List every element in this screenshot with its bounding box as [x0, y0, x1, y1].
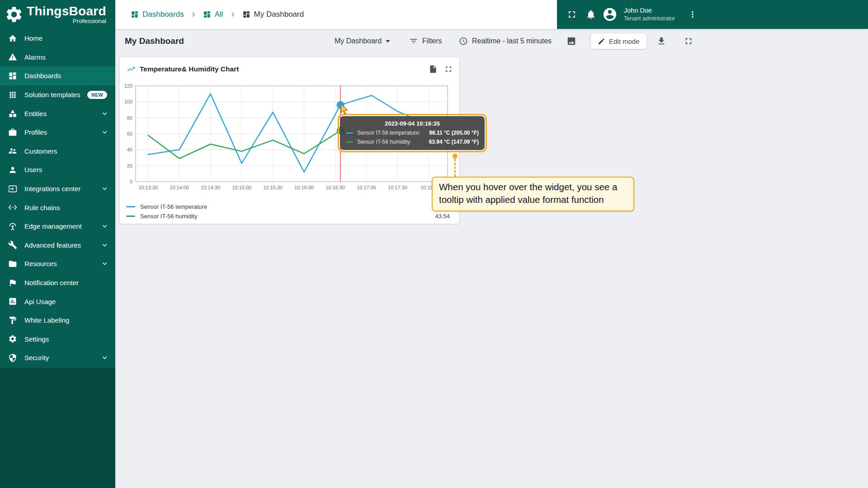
- sidebar-item-settings[interactable]: Settings: [0, 330, 115, 349]
- dashboard-selector[interactable]: My Dashboard: [335, 36, 393, 47]
- edit-pencil-icon: [598, 38, 605, 45]
- sidebar-item-label: Alarms: [24, 53, 46, 61]
- top-header: DashboardsAllMy Dashboard John Doe Tenan…: [115, 0, 868, 29]
- person-icon: [8, 165, 18, 174]
- tooltip-color-dash: [346, 132, 353, 134]
- dashboard-grid-icon: [131, 10, 139, 19]
- security-icon: [8, 353, 18, 362]
- sidebar-item-advanced-features[interactable]: Advanced features: [0, 236, 115, 255]
- ethernet-icon: [8, 203, 18, 212]
- sidebar-item-dashboards[interactable]: Dashboards: [0, 66, 115, 85]
- chevron-down-icon: [100, 241, 109, 249]
- sidebar-item-label: Settings: [24, 335, 49, 343]
- sidebar-item-label: Edge management: [24, 222, 82, 230]
- breadcrumb-item-my-dashboard[interactable]: My Dashboard: [242, 10, 304, 19]
- sidebar-item-resources[interactable]: Resources: [0, 254, 115, 273]
- sidebar-item-edge-management[interactable]: Edge management: [0, 217, 115, 236]
- notifications-bell-icon[interactable]: [581, 5, 600, 24]
- sidebar-item-integrations-center[interactable]: Integrations center: [0, 179, 115, 198]
- breadcrumb-item-dashboards[interactable]: Dashboards: [131, 10, 184, 19]
- more-menu-icon[interactable]: [683, 5, 702, 24]
- download-icon[interactable]: [656, 36, 666, 46]
- toolbar-fullscreen-icon[interactable]: [684, 36, 693, 46]
- fullscreen-icon[interactable]: [562, 5, 581, 24]
- avatar[interactable]: [600, 5, 619, 24]
- sidebar-item-profiles[interactable]: Profiles: [0, 123, 115, 142]
- filters-button[interactable]: Filters: [409, 37, 442, 46]
- dropdown-caret-icon: [382, 36, 393, 47]
- dashboard-icon: [8, 71, 18, 80]
- breadcrumb-item-all[interactable]: All: [203, 10, 223, 19]
- dashboard-image-icon[interactable]: [566, 36, 576, 46]
- edit-mode-button[interactable]: Edit mode: [590, 33, 647, 49]
- sidebar-item-label: Advanced features: [24, 241, 81, 249]
- breadcrumb-label: Dashboards: [142, 10, 184, 19]
- thingsboard-logo-icon: [5, 5, 24, 24]
- chevron-down-icon: [100, 109, 109, 118]
- svg-text:100: 100: [124, 99, 132, 104]
- widget-fullscreen-icon[interactable]: [444, 65, 453, 74]
- mouse-cursor: [340, 103, 349, 116]
- sidebar-item-label: Solution templates: [24, 91, 80, 99]
- sidebar-menu: HomeAlarmsDashboardsSolution templatesNE…: [0, 29, 115, 367]
- legend-item-sensor-it-56-humidity[interactable]: Sensor IT-56 humidity43.54: [120, 211, 459, 221]
- sidebar-item-entities[interactable]: Entities: [0, 104, 115, 123]
- sidebar-item-security[interactable]: Security: [0, 348, 115, 367]
- sidebar-item-home[interactable]: Home: [0, 29, 115, 48]
- chevron-down-icon: [100, 259, 109, 268]
- sidebar-item-api-usage[interactable]: Api Usage: [0, 292, 115, 311]
- tooltip-rows: Sensor IT-56 temperature:96.11 °C (205.0…: [346, 130, 479, 145]
- breadcrumb-label: My Dashboard: [254, 10, 304, 19]
- sidebar-item-label: Security: [24, 354, 49, 361]
- sidebar-item-label: Home: [24, 34, 42, 42]
- logo[interactable]: ThingsBoard Professional: [0, 0, 115, 29]
- sidebar-item-customers[interactable]: Customers: [0, 142, 115, 161]
- legend-color-dash: [126, 216, 135, 217]
- svg-text:60: 60: [127, 131, 132, 136]
- dashboard-selector-label: My Dashboard: [335, 37, 382, 45]
- tooltip-highlight-ring: 2023-09-04 10:16:35 Sensor IT-56 tempera…: [338, 114, 487, 152]
- svg-text:10:17:30: 10:17:30: [388, 185, 407, 190]
- sidebar-item-notification-center[interactable]: Notification center: [0, 273, 115, 292]
- svg-text:10:17:00: 10:17:00: [357, 185, 376, 190]
- svg-text:10:16:00: 10:16:00: [294, 185, 314, 190]
- sidebar-item-label: White Labeling: [24, 316, 69, 324]
- svg-text:10:16:30: 10:16:30: [326, 185, 345, 190]
- legend-item-sensor-it-56-temperature[interactable]: Sensor IT-56 temperature65.42: [120, 202, 459, 211]
- dashboard-grid-icon: [203, 10, 211, 19]
- dashboard-toolbar: My Dashboard My Dashboard Filters Realti…: [115, 29, 868, 53]
- sidebar-footer: [0, 368, 115, 488]
- tooltip-series-label: Sensor IT-56 humidity:: [357, 139, 411, 145]
- brand-name: ThingsBoard: [27, 5, 106, 18]
- build-icon: [8, 240, 18, 249]
- chart-legend: Sensor IT-56 temperature65.42Sensor IT-5…: [120, 202, 459, 221]
- sidebar-item-alarms[interactable]: Alarms: [0, 48, 115, 67]
- chart-tooltip: 2023-09-04 10:16:35 Sensor IT-56 tempera…: [340, 116, 485, 150]
- legend-series-name: Sensor IT-56 humidity: [140, 213, 197, 220]
- sidebar-item-solution-templates[interactable]: Solution templatesNEW: [0, 85, 115, 104]
- breadcrumb-separator-icon: [189, 10, 198, 19]
- user-block: John Doe Tenant administrator: [557, 0, 868, 29]
- folder-icon: [8, 259, 18, 268]
- svg-text:120: 120: [124, 83, 132, 89]
- sidebar-item-rule-chains[interactable]: Rule chains: [0, 198, 115, 217]
- sidebar-item-label: Users: [24, 166, 42, 174]
- chevron-down-icon: [100, 128, 109, 136]
- timewindow-button[interactable]: Realtime - last 5 minutes: [459, 37, 552, 46]
- supervisor-icon: [8, 146, 18, 155]
- logo-text: ThingsBoard Professional: [27, 5, 106, 25]
- sidebar-item-white-labeling[interactable]: White Labeling: [0, 311, 115, 330]
- svg-text:10:14:00: 10:14:00: [170, 185, 189, 190]
- breadcrumb-separator-icon: [228, 10, 237, 19]
- annotation-callout: When you hover over the widget, you see …: [432, 177, 634, 211]
- filter-icon: [409, 37, 418, 46]
- tooltip-series-label: Sensor IT-56 temperature:: [357, 130, 420, 136]
- svg-text:80: 80: [127, 115, 132, 121]
- export-widget-icon[interactable]: [429, 65, 438, 74]
- sidebar-item-users[interactable]: Users: [0, 160, 115, 179]
- svg-text:10:14:30: 10:14:30: [201, 185, 220, 190]
- sidebar: ThingsBoard Professional HomeAlarmsDashb…: [0, 0, 115, 488]
- svg-text:10:15:30: 10:15:30: [263, 185, 283, 190]
- settings-icon: [8, 334, 18, 343]
- user-info: John Doe Tenant administrator: [624, 7, 675, 22]
